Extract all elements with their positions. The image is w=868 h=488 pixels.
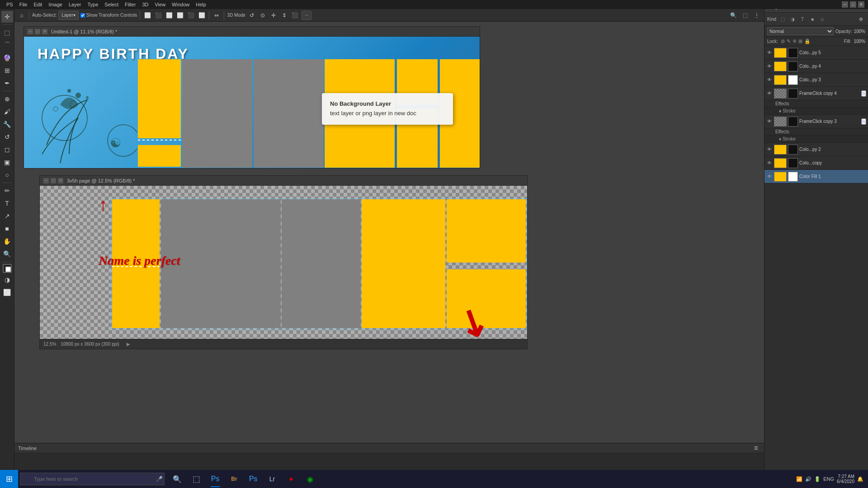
taskbar-clock[interactable]: 7:27 AM 6/4/2020	[837, 474, 854, 484]
auto-select-dropdown[interactable]: Layer ▾	[58, 11, 78, 20]
doc2-nav-button[interactable]: ▶	[124, 340, 133, 349]
gradient-tool[interactable]: ▣	[1, 156, 13, 168]
history-tool[interactable]: ↺	[1, 131, 13, 143]
layer-item-colo-copy[interactable]: 👁 Colo...copy	[764, 156, 868, 170]
layer-eye-icon-3[interactable]: 👁	[766, 77, 773, 83]
selection-tool[interactable]: ⬚	[1, 27, 13, 38]
file-menu-item[interactable]: File	[17, 1, 30, 8]
doc1-close-button[interactable]: ✕	[42, 29, 47, 34]
taskbar-network-icon[interactable]: 📶	[796, 476, 802, 482]
window-menu-item[interactable]: Window	[169, 1, 192, 8]
layer-eye-icon-2[interactable]: 👁	[766, 146, 773, 153]
timeline-menu-button[interactable]: ☰	[751, 444, 760, 453]
layer-eye-icon[interactable]: 👁	[766, 50, 773, 56]
kind-type-btn[interactable]: T	[798, 14, 807, 23]
align-right-button[interactable]: ⬜	[165, 11, 174, 20]
fx-badge-fc4[interactable]: fx	[861, 90, 866, 97]
search-button[interactable]: 🔍	[729, 11, 738, 20]
show-transform-checkbox[interactable]	[80, 13, 85, 18]
move-tool[interactable]: ✛	[1, 11, 13, 23]
3d-menu-item[interactable]: 3D	[139, 1, 151, 8]
quick-mask[interactable]: ◑	[1, 274, 13, 286]
pan-3d-button[interactable]: ✛	[269, 11, 278, 20]
eyedropper-tool[interactable]: ✒	[1, 77, 13, 89]
kind-pixel-btn[interactable]: ⬚	[778, 14, 787, 23]
crop-tool[interactable]: ⊞	[1, 65, 13, 76]
taskbar-bridge-btn[interactable]: Br	[225, 470, 243, 488]
layers-more-btn[interactable]: ⚙	[856, 14, 865, 23]
lock-transparent-icon[interactable]: ⊘	[781, 38, 785, 44]
kind-shape-btn[interactable]: ■	[808, 14, 817, 23]
align-center-h-button[interactable]: ⬛	[154, 11, 163, 20]
taskbar-green-btn[interactable]: ◉	[301, 470, 319, 488]
lock-all-icon[interactable]: 🔒	[804, 38, 811, 44]
layer-item-frameclick3[interactable]: 👁 FrameClick copy 3 fx	[764, 115, 868, 128]
lock-position-icon[interactable]: ✛	[793, 38, 797, 44]
distribute-button[interactable]: ⇔	[212, 11, 221, 20]
zoom-tool[interactable]: 🔍	[1, 248, 13, 260]
spot-heal-tool[interactable]: ⊕	[1, 93, 13, 105]
dodge-tool[interactable]: ○	[1, 169, 13, 181]
pen-tool[interactable]: ✏	[1, 185, 13, 197]
select-menu-item[interactable]: Select	[102, 1, 121, 8]
layer-item-colo-py5[interactable]: 👁 Colo...py 5	[764, 46, 868, 60]
doc1-minimize-button[interactable]: ─	[28, 29, 33, 34]
help-menu-item[interactable]: Help	[193, 1, 209, 8]
doc2-minimize-button[interactable]: ─	[43, 178, 49, 183]
fx-badge-fc3[interactable]: fx	[861, 118, 866, 125]
layer-eye-copy[interactable]: 👁	[766, 160, 773, 166]
taskbar-task-view-btn[interactable]: ⬚	[187, 470, 205, 488]
image-menu-item[interactable]: Image	[46, 1, 65, 8]
taskbar-ps2-btn[interactable]: Ps	[244, 470, 262, 488]
layer-eye-fc3[interactable]: 👁	[766, 118, 773, 125]
doc1-maximize-button[interactable]: □	[35, 29, 40, 34]
doc2-close-button[interactable]: ✕	[58, 178, 63, 183]
taskbar-volume-icon[interactable]: 🔊	[805, 476, 811, 482]
transform-3d-button[interactable]: ↺	[247, 11, 256, 20]
blend-mode-select[interactable]: Normal	[767, 27, 834, 35]
shape-tool[interactable]: ■	[1, 223, 13, 235]
layer-item-colo-py3[interactable]: 👁 Colo...py 3	[764, 73, 868, 87]
taskbar-lr-btn[interactable]: Lr	[263, 470, 281, 488]
taskbar-search-btn[interactable]: 🔍	[168, 470, 186, 488]
layer-eye-fc4[interactable]: 👁	[766, 90, 773, 97]
hand-tool[interactable]: ✋	[1, 235, 13, 247]
doc2-maximize-button[interactable]: □	[51, 178, 56, 183]
close-button[interactable]: ✕	[858, 1, 864, 8]
taskbar-photoshop-btn[interactable]: Ps	[206, 470, 224, 488]
filter-menu-item[interactable]: Filter	[122, 1, 138, 8]
layer-eye-icon-4[interactable]: 👁	[766, 63, 773, 70]
lock-artboard-icon[interactable]: ⊞	[798, 38, 802, 44]
align-bottom-button[interactable]: ⬜	[197, 11, 206, 20]
quick-select-tool[interactable]: 🔮	[1, 52, 13, 64]
view-menu-item[interactable]: View	[152, 1, 168, 8]
start-button[interactable]: ⊞	[0, 470, 18, 488]
scale-3d-button[interactable]: ⇕	[280, 11, 289, 20]
clone-tool[interactable]: 🔧	[1, 118, 13, 130]
taskbar-notification-icon[interactable]: 🔔	[857, 476, 863, 482]
layer-menu-item[interactable]: Layer	[66, 1, 84, 8]
taskbar-search-input[interactable]	[20, 473, 165, 485]
brush-tool[interactable]: 🖌	[1, 106, 13, 117]
align-center-v-button[interactable]: ⬛	[186, 11, 195, 20]
canvas-2[interactable]: ↑ Name is perfect	[40, 186, 527, 339]
layer-item-frameclick4[interactable]: 👁 FrameClick copy 4 fx	[764, 87, 868, 100]
ps-menu-item[interactable]: PS	[4, 1, 16, 8]
kind-smart-btn[interactable]: ◇	[818, 14, 827, 23]
kind-adjust-btn[interactable]: ◑	[788, 14, 797, 23]
layer-eye-cf1[interactable]: 👁	[766, 174, 773, 180]
lock-image-icon[interactable]: ✎	[787, 38, 791, 44]
lasso-tool[interactable]: ⌒	[1, 39, 13, 51]
screen-mode[interactable]: ⬜	[1, 286, 13, 298]
eraser-tool[interactable]: ◻	[1, 144, 13, 155]
layer-item-colo-py2[interactable]: 👁 Colo...py 2	[764, 143, 868, 156]
orbit-3d-button[interactable]: ⊙	[258, 11, 267, 20]
ps-home-button[interactable]: ⌂	[17, 11, 26, 20]
render-3d-button[interactable]: ⬛	[291, 11, 300, 20]
maximize-button[interactable]: □	[850, 1, 856, 8]
layer-item-colo-py4[interactable]: 👁 Colo...py 4	[764, 60, 868, 73]
type-menu-item[interactable]: Type	[85, 1, 101, 8]
layer-item-colorfill1[interactable]: 👁 Color Fill 1	[764, 170, 868, 183]
minimize-button[interactable]: ─	[842, 1, 848, 8]
type-tool[interactable]: T	[1, 197, 13, 209]
